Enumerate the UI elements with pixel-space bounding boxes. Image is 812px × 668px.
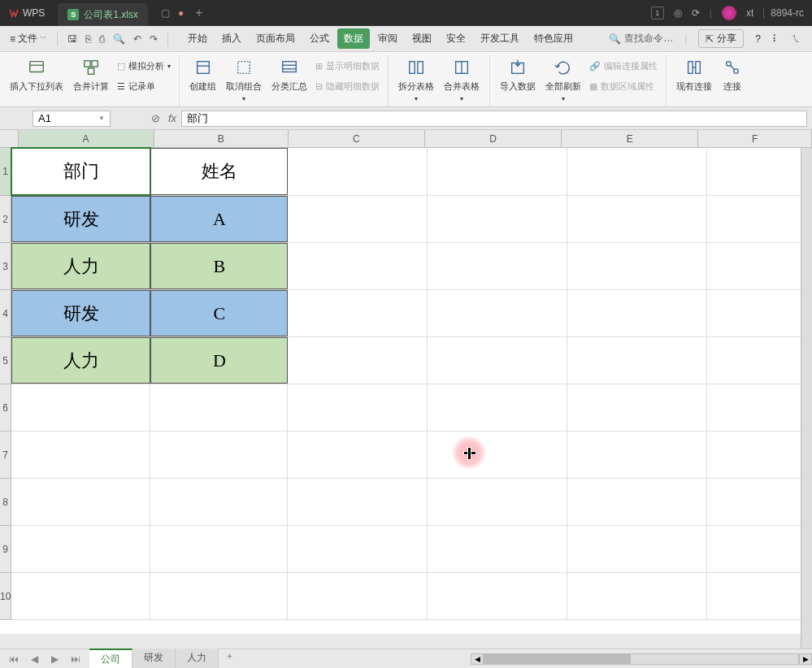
share-button[interactable]: ⇱ 分享 [698,29,744,48]
row-header-4[interactable]: 4 [0,290,11,337]
col-header-A[interactable]: A [19,130,154,147]
cell[interactable] [707,290,812,336]
cancel-formula-icon[interactable]: ⊘ [151,112,160,124]
existing-connections-button[interactable]: 现有连接 [673,55,715,94]
col-header-E[interactable]: E [562,130,698,147]
refresh-all-button[interactable]: 全部刷新▾ [542,55,584,104]
titlebar-icon-1[interactable]: ◎ [674,7,682,19]
cell[interactable] [150,573,288,619]
cell[interactable] [567,384,707,431]
tab-review[interactable]: 审阅 [371,28,404,49]
menubar-help-icon[interactable]: ? [755,33,761,45]
cell[interactable] [150,479,288,525]
print-icon[interactable]: ⎙ [99,33,105,45]
cell[interactable] [288,243,428,289]
cell[interactable] [428,432,567,478]
command-search[interactable]: 🔍 查找命令… [609,32,673,46]
split-table-button[interactable]: 拆分表格▾ [395,55,437,104]
sheet-tab-company[interactable]: 公司 [89,648,132,668]
cell-E1[interactable] [567,148,707,195]
cell[interactable] [288,526,428,572]
cell[interactable] [567,196,707,242]
cell[interactable] [707,526,812,572]
cell[interactable] [567,432,707,478]
sheet-tab-hr[interactable]: 人力 [176,648,219,668]
cell[interactable] [567,573,707,619]
cells-area[interactable]: 部门 姓名 研发 A 人力 B [11,148,812,620]
tab-security[interactable]: 安全 [440,28,472,49]
cell[interactable] [288,432,428,478]
cell-B2[interactable]: A [150,196,288,242]
tab-view[interactable]: 视图 [406,28,438,49]
sheet-next-icon[interactable]: ▶ [51,653,59,665]
col-header-B[interactable]: B [154,130,289,147]
cell[interactable] [707,573,812,619]
row-header-6[interactable]: 6 [0,384,11,432]
sheet-last-icon[interactable]: ⏭ [71,653,80,665]
cell[interactable] [567,290,707,336]
user-avatar[interactable] [722,6,736,20]
cell[interactable] [567,479,707,525]
cell[interactable] [428,337,567,384]
file-menu[interactable]: ≡ 文件 ﹀ [5,29,52,48]
cell[interactable] [11,384,150,431]
menubar-collapse-icon[interactable]: ㄟ [791,32,801,46]
cell-B3[interactable]: B [150,243,288,289]
sheet-prev-icon[interactable]: ◀ [31,653,38,665]
scroll-right-icon[interactable]: ▶ [799,653,812,665]
cell-A1[interactable]: 部门 [11,148,150,195]
cell-A4[interactable]: 研发 [11,290,150,336]
merge-table-button[interactable]: 合并表格▾ [441,55,483,104]
menubar-more-icon[interactable]: ⠇ [772,33,779,45]
cell[interactable] [567,337,707,384]
cell-A3[interactable]: 人力 [11,243,150,289]
cell[interactable] [428,479,567,525]
import-data-button[interactable]: 导入数据 [497,55,539,94]
cell-C1[interactable] [288,148,428,195]
app-logo[interactable]: WPS [0,0,53,26]
dropdown-icon[interactable]: ▼ [98,115,105,122]
cell[interactable] [428,196,567,242]
new-icon[interactable]: ⎘ [85,33,91,45]
cell[interactable] [428,526,567,572]
connections-button[interactable]: 连接 [719,55,746,94]
insert-dropdown-list-button[interactable]: 插入下拉列表 [7,55,67,94]
cell[interactable] [567,243,707,289]
cell[interactable] [150,384,288,431]
undo-icon[interactable]: ↶ [133,33,141,45]
row-header-3[interactable]: 3 [0,243,11,290]
row-header-7[interactable]: 7 [0,432,11,479]
scroll-thumb[interactable] [484,654,631,664]
redo-icon[interactable]: ↷ [150,33,158,45]
tab-insert[interactable]: 插入 [215,28,248,49]
vertical-scrollbar[interactable] [801,148,812,648]
cell[interactable] [707,337,812,384]
cell-A5[interactable]: 人力 [11,337,150,384]
tab-pagelayout[interactable]: 页面布局 [250,28,302,49]
col-header-C[interactable]: C [289,130,425,147]
cell[interactable] [567,526,707,572]
tab-featured[interactable]: 特色应用 [528,28,580,49]
user-name[interactable]: xt [746,7,753,19]
document-tab[interactable]: S 公司表1.xlsx [58,3,148,26]
scroll-left-icon[interactable]: ◀ [471,653,484,665]
tab-pin-icon[interactable]: ▢ [161,7,170,19]
row-header-10[interactable]: 10 [0,573,11,620]
cell[interactable] [288,290,428,336]
tab-start[interactable]: 开始 [181,28,214,49]
subtotal-button[interactable]: 分类汇总 [268,55,310,94]
what-if-button[interactable]: ⬚模拟分析▾ [115,59,172,74]
cell[interactable] [707,243,812,289]
tab-data[interactable]: 数据 [337,28,370,49]
cell[interactable] [11,432,150,478]
cell[interactable] [288,573,428,619]
sheet-tab-rd[interactable]: 研发 [132,648,176,668]
cell[interactable] [11,479,150,525]
consolidate-button[interactable]: 合并计算 [70,55,112,94]
titlebar-icon-2[interactable]: ⟳ [692,7,700,19]
cell[interactable] [288,479,428,525]
cell-F1[interactable] [707,148,812,195]
row-header-9[interactable]: 9 [0,526,11,573]
fx-icon[interactable]: fx [168,112,176,124]
row-header-5[interactable]: 5 [0,337,11,384]
